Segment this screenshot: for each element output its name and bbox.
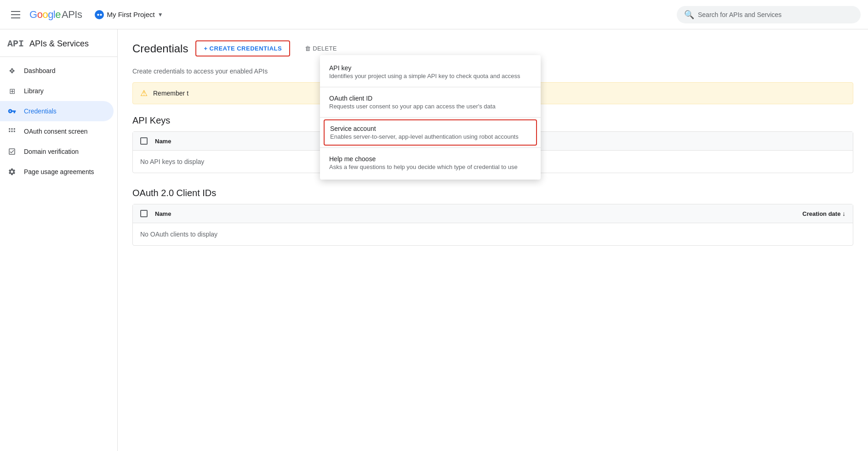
api-icon: API	[7, 39, 24, 49]
service-account-title: Service account	[330, 125, 531, 132]
svg-rect-5	[14, 131, 15, 132]
sidebar: API APIs & Services ❖ Dashboard ⊞ Librar…	[0, 29, 118, 451]
sidebar-item-library[interactable]: ⊞ Library	[0, 81, 114, 101]
hamburger-menu[interactable]	[7, 7, 24, 22]
oauth-table-header: Name Creation date ↓	[133, 204, 853, 223]
sidebar-label-library: Library	[24, 87, 44, 95]
sidebar-label-domain: Domain verification	[24, 148, 79, 155]
create-credentials-dropdown: API key Identifies your project using a …	[320, 55, 541, 180]
sidebar-label-page-usage: Page usage agreements	[24, 168, 94, 175]
svg-rect-3	[9, 131, 10, 132]
google-logo: Google APIs	[29, 9, 82, 21]
oauth-empty-message: No OAuth clients to display	[133, 223, 853, 245]
oauth-section-title: OAuth 2.0 Client IDs	[132, 188, 853, 198]
delete-button[interactable]: 🗑 DELETE	[297, 41, 344, 56]
main-layout: API APIs & Services ❖ Dashboard ⊞ Librar…	[0, 29, 868, 451]
api-key-desc: Identifies your project using a simple A…	[329, 73, 531, 79]
sidebar-item-domain[interactable]: Domain verification	[0, 141, 114, 162]
top-nav: Google APIs ●● My First Project ▼ 🔍 Sear…	[0, 0, 868, 29]
credentials-icon	[7, 107, 17, 116]
logo-g: G	[29, 9, 37, 21]
api-key-title: API key	[329, 64, 531, 72]
logo-e: e	[55, 9, 61, 21]
sidebar-title: APIs & Services	[29, 39, 89, 49]
create-credentials-button[interactable]: + CREATE CREDENTIALS	[195, 40, 290, 56]
help-me-choose-title: Help me choose	[329, 155, 531, 163]
api-keys-name-header: Name	[155, 138, 171, 145]
sort-arrow-icon: ↓	[842, 210, 845, 217]
domain-icon	[7, 147, 17, 156]
svg-rect-2	[14, 128, 15, 130]
project-name: My First Project	[107, 11, 154, 18]
svg-rect-4	[11, 131, 13, 132]
dropdown-divider-2	[320, 117, 541, 118]
sidebar-item-credentials[interactable]: Credentials	[0, 101, 114, 121]
sidebar-item-page-usage[interactable]: Page usage agreements	[0, 162, 114, 182]
project-dropdown-arrow: ▼	[158, 11, 163, 18]
dashboard-icon: ❖	[7, 66, 17, 75]
svg-rect-1	[11, 128, 13, 130]
search-placeholder-text: Search for APIs and Services	[698, 11, 782, 18]
dropdown-item-api-key[interactable]: API key Identifies your project using a …	[320, 59, 541, 85]
oauth-client-desc: Requests user consent so your app can ac…	[329, 103, 531, 110]
sidebar-header: API APIs & Services	[0, 33, 117, 56]
project-selector[interactable]: ●● My First Project ▼	[91, 8, 166, 21]
dropdown-item-help-me-choose[interactable]: Help me choose Asks a few questions to h…	[320, 150, 541, 176]
content-header: Credentials + CREATE CREDENTIALS 🗑 DELET…	[132, 40, 853, 56]
logo-gl: gl	[48, 9, 55, 21]
logo-apis: APIs	[62, 9, 82, 21]
logo-o1: o	[37, 9, 43, 21]
warning-text: Remember t	[153, 90, 188, 97]
logo-o2: o	[42, 9, 48, 21]
svg-rect-0	[9, 128, 10, 130]
sidebar-label-credentials: Credentials	[24, 107, 57, 115]
search-bar[interactable]: 🔍 Search for APIs and Services	[677, 6, 861, 23]
sidebar-label-dashboard: Dashboard	[24, 67, 56, 74]
dropdown-divider-3	[320, 147, 541, 148]
search-icon: 🔍	[684, 10, 694, 20]
help-me-choose-desc: Asks a few questions to help you decide …	[329, 163, 531, 170]
dropdown-item-service-account[interactable]: Service account Enables server-to-server…	[324, 119, 537, 146]
sidebar-item-oauth[interactable]: OAuth consent screen	[0, 121, 114, 141]
project-dot: ●●	[95, 10, 104, 19]
page-title: Credentials	[132, 42, 188, 55]
page-usage-icon	[7, 167, 17, 176]
oauth-table: Name Creation date ↓ No OAuth clients to…	[132, 204, 853, 246]
service-account-desc: Enables server-to-server, app-level auth…	[330, 133, 531, 140]
nav-left: Google APIs ●● My First Project ▼	[7, 7, 677, 22]
content-area: Credentials + CREATE CREDENTIALS 🗑 DELET…	[118, 29, 868, 451]
oauth-select-all-checkbox[interactable]	[140, 210, 148, 217]
library-icon: ⊞	[7, 86, 17, 96]
sidebar-label-oauth: OAuth consent screen	[24, 128, 88, 135]
sidebar-divider	[0, 56, 117, 57]
warning-icon: ⚠	[140, 88, 148, 98]
api-keys-select-all-checkbox[interactable]	[140, 137, 148, 145]
creation-date-header: Creation date ↓	[802, 210, 845, 217]
dropdown-divider-1	[320, 87, 541, 87]
oauth-client-title: OAuth client ID	[329, 95, 531, 102]
sidebar-item-dashboard[interactable]: ❖ Dashboard	[0, 61, 114, 81]
oauth-name-header: Name	[155, 210, 171, 217]
oauth-icon	[7, 127, 17, 136]
dropdown-item-oauth-client[interactable]: OAuth client ID Requests user consent so…	[320, 89, 541, 115]
